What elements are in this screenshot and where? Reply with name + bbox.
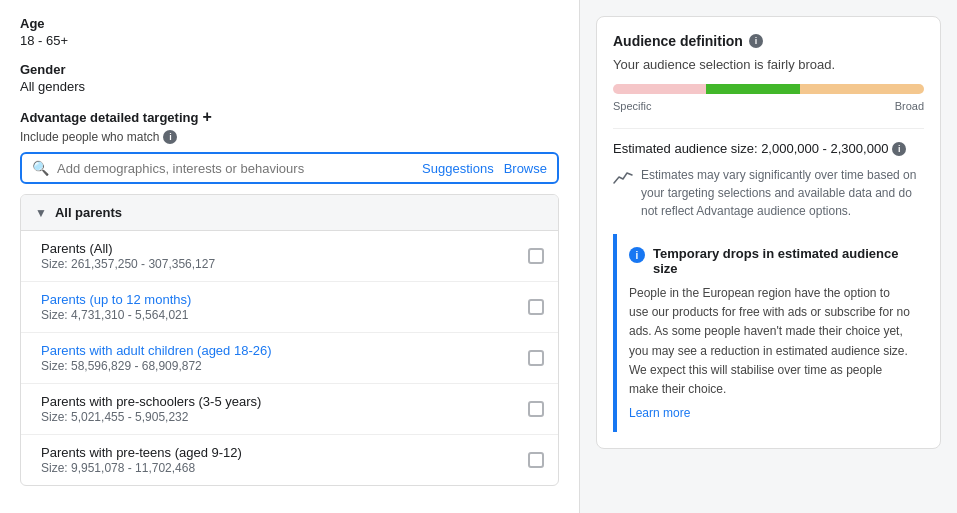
list-item: Parents with pre-teens (aged 9-12) Size:… [21, 435, 558, 485]
search-icon: 🔍 [32, 160, 49, 176]
card-title: Audience definition i [613, 33, 924, 49]
browse-button[interactable]: Browse [504, 161, 547, 176]
checkbox[interactable] [528, 452, 544, 468]
checkbox[interactable] [528, 401, 544, 417]
item-size: Size: 4,731,310 - 5,564,021 [41, 308, 191, 322]
list-item: Parents (up to 12 months) Size: 4,731,31… [21, 282, 558, 333]
info-icon[interactable]: i [892, 142, 906, 156]
estimated-size-row: Estimated audience size: 2,000,000 - 2,3… [613, 141, 924, 156]
notice-body: People in the European region have the o… [629, 284, 912, 399]
item-info: Parents with pre-schoolers (3-5 years) S… [41, 394, 261, 424]
gender-label: Gender [20, 62, 559, 77]
age-value: 18 - 65+ [20, 33, 559, 48]
dropdown-header[interactable]: ▼ All parents [21, 195, 558, 231]
bar-segment-pink [613, 84, 706, 94]
item-info: Parents with pre-teens (aged 9-12) Size:… [41, 445, 242, 475]
item-name: Parents with pre-schoolers (3-5 years) [41, 394, 261, 409]
bar-label-specific: Specific [613, 100, 652, 112]
search-input[interactable] [57, 161, 422, 176]
suggestions-button[interactable]: Suggestions [422, 161, 494, 176]
checkbox[interactable] [528, 299, 544, 315]
dropdown-title: All parents [55, 205, 122, 220]
item-size: Size: 261,357,250 - 307,356,127 [41, 257, 215, 271]
estimated-note: Estimates may vary significantly over ti… [613, 166, 924, 220]
checkbox[interactable] [528, 350, 544, 366]
bar-segment-green [706, 84, 799, 94]
learn-more-link[interactable]: Learn more [629, 406, 690, 420]
list-item: Parents (All) Size: 261,357,250 - 307,35… [21, 231, 558, 282]
gender-value: All genders [20, 79, 559, 94]
checkbox[interactable] [528, 248, 544, 264]
item-size: Size: 58,596,829 - 68,909,872 [41, 359, 272, 373]
right-panel: Audience definition i Your audience sele… [580, 0, 957, 513]
info-icon[interactable]: i [749, 34, 763, 48]
divider [613, 128, 924, 129]
notice-header: i Temporary drops in estimated audience … [629, 246, 912, 276]
audience-subtitle: Your audience selection is fairly broad. [613, 57, 924, 72]
notice-box: i Temporary drops in estimated audience … [613, 234, 924, 432]
age-label: Age [20, 16, 559, 31]
dropdown-container: ▼ All parents Parents (All) Size: 261,35… [20, 194, 559, 486]
advantage-section: Advantage detailed targeting + Include p… [20, 108, 559, 486]
item-info: Parents with adult children (aged 18-26)… [41, 343, 272, 373]
item-info: Parents (up to 12 months) Size: 4,731,31… [41, 292, 191, 322]
notice-title: Temporary drops in estimated audience si… [653, 246, 912, 276]
list-item: Parents with pre-schoolers (3-5 years) S… [21, 384, 558, 435]
bar-label-broad: Broad [895, 100, 924, 112]
item-name: Parents (All) [41, 241, 215, 256]
search-actions: Suggestions Browse [422, 161, 547, 176]
plus-icon: + [202, 108, 211, 126]
chevron-down-icon: ▼ [35, 206, 47, 220]
include-label: Include people who match i [20, 130, 559, 144]
item-size: Size: 5,021,455 - 5,905,232 [41, 410, 261, 424]
age-section: Age 18 - 65+ [20, 16, 559, 48]
trend-icon [613, 168, 633, 192]
advantage-heading: Advantage detailed targeting + [20, 108, 559, 126]
info-icon[interactable]: i [163, 130, 177, 144]
item-info: Parents (All) Size: 261,357,250 - 307,35… [41, 241, 215, 271]
left-panel: Age 18 - 65+ Gender All genders Advantag… [0, 0, 580, 513]
search-box[interactable]: 🔍 Suggestions Browse [20, 152, 559, 184]
item-name: Parents (up to 12 months) [41, 292, 191, 307]
item-name: Parents with adult children (aged 18-26) [41, 343, 272, 358]
bar-labels: Specific Broad [613, 100, 924, 112]
audience-definition-card: Audience definition i Your audience sele… [596, 16, 941, 449]
audience-bar [613, 84, 924, 94]
item-name: Parents with pre-teens (aged 9-12) [41, 445, 242, 460]
bar-segment-peach [800, 84, 924, 94]
notice-info-icon: i [629, 247, 645, 263]
list-item: Parents with adult children (aged 18-26)… [21, 333, 558, 384]
gender-section: Gender All genders [20, 62, 559, 94]
item-size: Size: 9,951,078 - 11,702,468 [41, 461, 242, 475]
